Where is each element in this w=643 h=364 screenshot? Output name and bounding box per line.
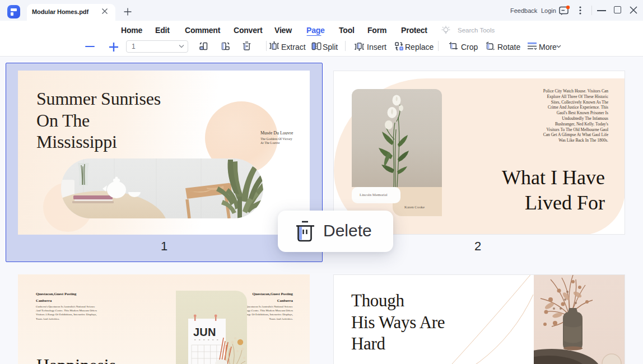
- svg-text:JUN: JUN: [193, 326, 216, 338]
